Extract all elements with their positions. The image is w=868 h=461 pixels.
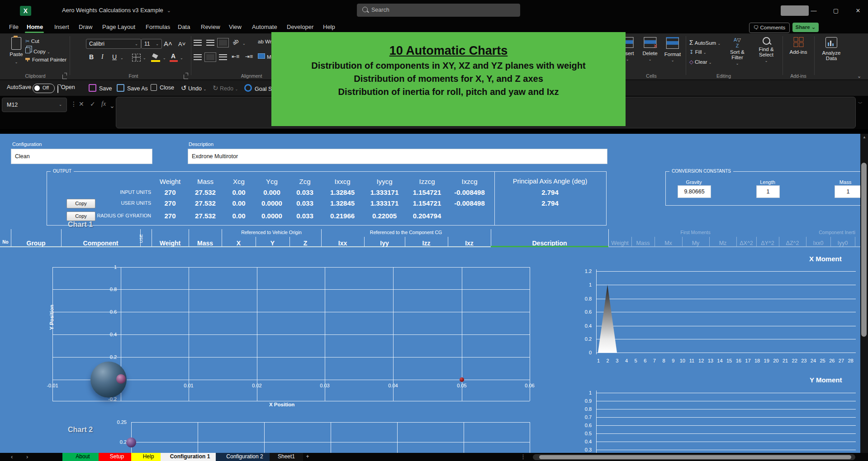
sheet-tab-configuration-2[interactable]: Configuration 2 [216,453,274,461]
copy-button[interactable]: Copy ⌄ [25,47,50,54]
save-button[interactable]: Save [89,84,112,93]
maximize-button[interactable]: ▢ [830,5,842,16]
worksheet[interactable]: Configuration Clean Description Exdrone … [0,134,860,453]
clear-button[interactable]: ◇ Clear ⌄ [689,59,711,65]
align-left-button[interactable] [194,54,202,60]
y-moment-title[interactable]: Y Moment [810,376,842,384]
configuration-input[interactable]: Clean [11,149,152,164]
align-top-button[interactable] [194,40,202,46]
menu-tab-page-layout[interactable]: Page Layout [100,23,137,31]
fill-color-chevron[interactable]: ⌄ [163,56,166,60]
save-as-button[interactable]: Save As [117,84,148,93]
grow-font-button[interactable]: A˄ [164,40,172,47]
vertical-scrollbar[interactable]: ▲ [860,134,868,453]
excel-logo-icon[interactable]: X [20,6,31,16]
scroll-up-icon[interactable]: ▲ [863,135,866,139]
font-color-icon[interactable]: A [171,52,175,60]
kebab-icon[interactable]: ⋮ [520,453,526,460]
chart1-purple-bubble[interactable] [116,374,126,384]
description-input[interactable]: Exdrone Multirotor [188,149,607,164]
constant-input-mass[interactable]: 1 [835,185,860,198]
vertical-scrollbar-thumb[interactable] [861,163,867,337]
bold-button[interactable]: B [89,53,94,61]
add-sheet-button[interactable]: + [299,453,317,461]
copy-button[interactable]: Copy [66,212,95,221]
clipboard-dialog-launcher-icon[interactable] [62,75,67,79]
search-box[interactable]: Search [357,4,520,17]
open-button[interactable]: Open [57,84,75,92]
formula-bar-expand-chevron[interactable]: ﹀ [858,100,863,107]
insert-function-button[interactable]: fx [101,100,106,108]
borders-icon[interactable] [132,54,141,61]
confirm-entry-button[interactable]: ✓ [90,100,95,108]
underline-button[interactable]: U [112,53,117,61]
chart2-title[interactable]: Chart 2 [68,426,93,434]
redo-button[interactable]: ↻ Redo ⌄ [213,84,238,92]
constant-input-gravity[interactable]: 9.80665 [678,185,711,198]
autosave-toggle[interactable]: Off [33,84,55,93]
close-button[interactable]: ✕ [852,5,864,16]
horizontal-scrollbar-thumb[interactable] [539,455,851,459]
font-dialog-launcher-icon[interactable] [184,75,188,79]
align-right-button[interactable] [219,54,227,60]
menu-tab-developer[interactable]: Developer [285,23,315,31]
chart1-red-point[interactable] [460,377,464,382]
increase-indent-button[interactable]: ⇥≡ [245,53,253,60]
decrease-indent-button[interactable]: ⇤≡ [232,53,239,60]
menu-tab-view[interactable]: View [227,23,243,31]
italic-button[interactable]: I [101,53,104,61]
close-workbook-button[interactable]: Close [151,84,174,91]
menu-tab-help[interactable]: Help [321,23,337,31]
fill-button[interactable]: ↧ Fill ⌄ [689,49,706,55]
menu-tab-draw[interactable]: Draw [77,23,94,31]
undo-button[interactable]: ↺ Undo ⌄ [181,84,206,92]
menu-tab-home[interactable]: Home [25,23,45,31]
shrink-font-button[interactable]: A˅ [178,41,185,47]
chart1-title[interactable]: Chart 1 [68,221,93,229]
share-button[interactable]: Share ⌄ [792,23,819,32]
orientation-button[interactable]: ab [231,38,240,46]
name-box[interactable]: M12⌄ [2,98,67,112]
x-moment-title[interactable]: X Moment [809,255,842,263]
menu-tab-automate[interactable]: Automate [250,23,279,31]
autosum-button[interactable]: Σ AutoSum ⌄ [689,39,721,46]
delete-cells-button[interactable]: ✕Delete⌄ [642,37,657,61]
copy-button[interactable]: Copy [66,199,95,208]
font-color-swatch[interactable] [170,60,178,62]
paste-button[interactable]: Paste ⌄ [6,37,26,66]
sheet-tab-configuration-1[interactable]: Configuration 1 [161,453,219,461]
minimize-button[interactable]: — [807,5,820,16]
align-middle-button[interactable] [206,40,214,46]
horizontal-scrollbar[interactable] [533,454,855,460]
sheet-tab-setup[interactable]: Setup [99,453,135,461]
format-painter-button[interactable]: Format Painter [25,57,66,62]
align-center-button[interactable] [206,54,214,60]
underline-menu-chevron[interactable]: ⌄ [120,56,123,60]
cut-button[interactable]: ✂ Cut [25,38,39,44]
tab-scroll-right-icon[interactable]: › [26,453,28,460]
add-ins-button[interactable]: Add-ins [790,37,807,55]
font-size-select[interactable]: 11⌄ [141,39,162,49]
goal-seek-button[interactable]: Goal S [244,84,272,92]
menu-tab-formulas[interactable]: Formulas [144,23,172,31]
comments-button[interactable]: 🗨 Comments [749,23,790,33]
font-color-chevron[interactable]: ⌄ [180,56,183,60]
align-bottom-button[interactable] [219,40,227,46]
document-title[interactable]: Aero Weights Calculations v3 Example⌄ [62,7,171,14]
font-family-select[interactable]: Calibri⌄ [86,39,141,49]
menu-tab-insert[interactable]: Insert [52,23,71,31]
orientation-chevron[interactable]: ⌄ [242,42,246,46]
analyze-data-button[interactable]: Analyze Data [820,37,843,61]
sort-filter-button[interactable]: A▽Z Sort & Filter⌄ [725,37,750,66]
borders-menu-chevron[interactable]: ⌄ [143,56,146,60]
format-cells-button[interactable]: Format⌄ [664,37,681,62]
sheet-tab-about[interactable]: About [62,453,103,461]
collapse-ribbon-chevron[interactable]: ⌄ [857,73,861,79]
sheet-tab-sheet1[interactable]: Sheet1 [270,453,303,461]
chart2-purple-bubble[interactable] [126,437,136,447]
constant-input-length[interactable]: 1 [756,185,780,198]
fill-color-swatch[interactable] [151,60,160,62]
account-badge[interactable] [781,5,809,16]
menu-tab-review[interactable]: Review [199,23,222,31]
menu-tab-data[interactable]: Data [176,23,192,31]
